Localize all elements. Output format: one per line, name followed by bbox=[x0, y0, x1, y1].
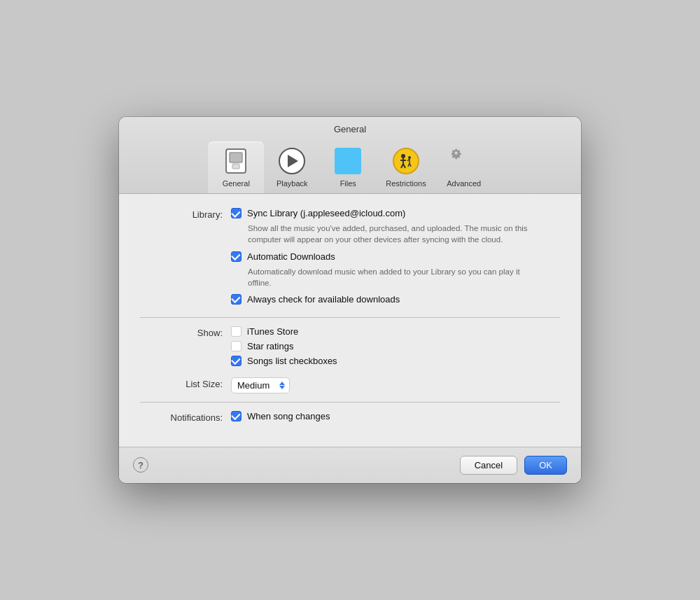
when-song-label: When song changes bbox=[247, 411, 330, 421]
tab-advanced[interactable]: Advanced bbox=[436, 141, 492, 193]
tab-playback-label: Playback bbox=[276, 179, 308, 188]
songs-list-checkbox[interactable] bbox=[231, 356, 241, 366]
when-song-row: When song changes bbox=[231, 411, 560, 421]
star-ratings-row: Star ratings bbox=[231, 341, 560, 351]
svg-point-3 bbox=[401, 154, 405, 158]
auto-downloads-label: Automatic Downloads bbox=[247, 251, 335, 262]
notifications-label: Notifications: bbox=[140, 411, 231, 423]
songs-list-row: Songs list checkboxes bbox=[231, 356, 560, 366]
always-check-label: Always check for available downloads bbox=[247, 294, 400, 305]
auto-downloads-row: Automatic Downloads bbox=[231, 251, 560, 262]
svg-rect-1 bbox=[230, 153, 242, 162]
svg-line-12 bbox=[410, 163, 411, 167]
star-ratings-checkbox[interactable] bbox=[231, 341, 241, 351]
list-size-row: List Size: Medium bbox=[140, 377, 560, 393]
tab-playback[interactable]: Playback bbox=[264, 141, 320, 193]
tab-files-label: Files bbox=[340, 179, 356, 188]
content-area: Library: Sync Library (j.appleseed@iclou… bbox=[119, 194, 581, 446]
toolbar: General Playback Files bbox=[119, 141, 581, 193]
general-icon bbox=[223, 148, 248, 174]
auto-downloads-description: Automatically download music when added … bbox=[248, 266, 542, 288]
songs-list-label: Songs list checkboxes bbox=[247, 356, 337, 366]
cancel-button[interactable]: Cancel bbox=[460, 456, 517, 475]
footer: ? Cancel OK bbox=[119, 447, 581, 483]
sync-library-label: Sync Library (j.appleseed@icloud.com) bbox=[247, 208, 405, 218]
select-arrow-up-icon bbox=[279, 382, 285, 385]
restrictions-person-svg bbox=[398, 153, 414, 169]
show-content: iTunes Store Star ratings Songs list che… bbox=[231, 326, 560, 370]
sync-library-checkbox[interactable] bbox=[231, 208, 241, 218]
preferences-window: General General Playback bbox=[119, 117, 581, 482]
playback-icon-wrap bbox=[276, 146, 307, 176]
playback-icon bbox=[279, 148, 305, 174]
itunes-store-label: iTunes Store bbox=[247, 326, 298, 337]
sync-library-row: Sync Library (j.appleseed@icloud.com) bbox=[231, 208, 560, 218]
tab-general[interactable]: General bbox=[208, 141, 264, 193]
library-content: Sync Library (j.appleseed@icloud.com) Sh… bbox=[231, 208, 560, 308]
restrictions-icon-wrap bbox=[391, 146, 421, 176]
library-section: Library: Sync Library (j.appleseed@iclou… bbox=[140, 208, 560, 308]
list-size-select[interactable]: Medium bbox=[231, 377, 290, 393]
titlebar: General General Playback bbox=[119, 117, 581, 194]
itunes-store-row: iTunes Store bbox=[231, 326, 560, 337]
list-size-content: Medium bbox=[231, 377, 560, 393]
gear-svg bbox=[451, 148, 477, 174]
when-song-checkbox[interactable] bbox=[231, 411, 241, 421]
tab-files[interactable]: Files bbox=[320, 141, 376, 193]
svg-rect-2 bbox=[232, 164, 239, 169]
star-ratings-label: Star ratings bbox=[247, 341, 293, 351]
auto-downloads-checkbox[interactable] bbox=[231, 251, 241, 262]
library-label: Library: bbox=[140, 208, 231, 220]
always-check-checkbox[interactable] bbox=[231, 294, 241, 305]
list-size-arrows bbox=[279, 382, 285, 389]
list-size-value: Medium bbox=[237, 380, 284, 391]
list-size-label: List Size: bbox=[140, 377, 231, 389]
always-check-row: Always check for available downloads bbox=[231, 294, 560, 305]
sync-library-description: Show all the music you've added, purchas… bbox=[248, 223, 542, 245]
notifications-row: Notifications: When song changes bbox=[140, 411, 560, 426]
show-label: Show: bbox=[140, 326, 231, 338]
tab-general-label: General bbox=[223, 179, 250, 188]
notifications-section: Notifications: When song changes bbox=[140, 411, 560, 426]
tab-restrictions[interactable]: Restrictions bbox=[376, 141, 435, 193]
tab-restrictions-label: Restrictions bbox=[386, 179, 426, 188]
general-icon-wrap bbox=[220, 146, 251, 176]
select-arrow-down-icon bbox=[279, 386, 285, 389]
tab-advanced-label: Advanced bbox=[447, 179, 481, 188]
itunes-store-checkbox[interactable] bbox=[231, 326, 241, 337]
advanced-icon-wrap bbox=[449, 146, 479, 176]
library-row: Library: Sync Library (j.appleseed@iclou… bbox=[140, 208, 560, 308]
show-row: Show: iTunes Store Star ratings Songs li… bbox=[140, 326, 560, 370]
files-icon-wrap bbox=[332, 146, 363, 176]
advanced-icon bbox=[451, 148, 477, 174]
footer-buttons: Cancel OK bbox=[460, 456, 567, 475]
files-icon bbox=[335, 148, 361, 174]
svg-line-7 bbox=[403, 164, 405, 168]
restrictions-icon bbox=[393, 148, 419, 174]
help-button[interactable]: ? bbox=[133, 457, 148, 473]
ok-button[interactable]: OK bbox=[524, 456, 567, 475]
window-title: General bbox=[119, 124, 581, 134]
show-section: Show: iTunes Store Star ratings Songs li… bbox=[140, 326, 560, 393]
notifications-content: When song changes bbox=[231, 411, 560, 426]
svg-point-8 bbox=[408, 156, 411, 159]
divider-1 bbox=[140, 317, 560, 318]
divider-2 bbox=[140, 402, 560, 403]
